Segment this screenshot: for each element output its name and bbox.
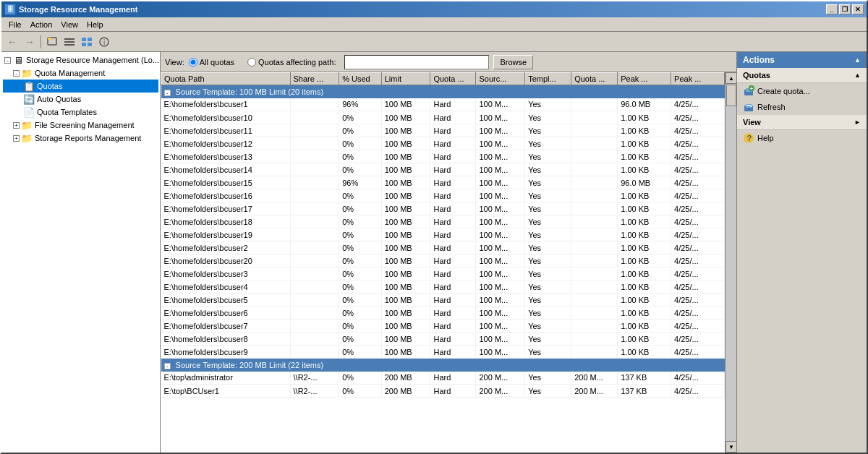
forward-button[interactable]: → xyxy=(22,34,38,50)
table-row[interactable]: E:\homefolders\bcuser120%100 MBHard100 M… xyxy=(161,137,725,150)
table-row[interactable]: E:\homefolders\bcuser170%100 MBHard100 M… xyxy=(161,202,725,215)
col-quota-type[interactable]: Quota ... xyxy=(430,73,476,85)
tree-storage-reports-label: Storage Reports Management xyxy=(35,134,141,142)
menu-action[interactable]: Action xyxy=(26,20,57,30)
table-row[interactable]: E:\top\BCUser1\\R2-...0%200 MBHard200 M.… xyxy=(161,385,725,398)
radio-all-quotas-label: All quotas xyxy=(200,58,234,67)
menu-view[interactable]: View xyxy=(56,20,82,30)
svg-rect-6 xyxy=(88,38,92,41)
radio-all-quotas[interactable]: All quotas xyxy=(189,58,234,67)
table-row[interactable]: E:\homefolders\bcuser100%100 MBHard100 M… xyxy=(161,111,725,124)
table-row[interactable]: E:\homefolders\bcuser130%100 MBHard100 M… xyxy=(161,150,725,163)
tree-item-quota-templates[interactable]: 📄 Quota Templates xyxy=(3,106,158,119)
tree-quota-mgmt-expand[interactable]: - xyxy=(13,70,20,77)
menu-help[interactable]: Help xyxy=(82,20,108,30)
radio-all-quotas-input[interactable] xyxy=(189,58,197,67)
help-icon: ? xyxy=(743,132,754,144)
window-title: Storage Resource Management xyxy=(19,5,826,14)
group-row-2: - Source Template: 200 MB Limit (22 item… xyxy=(161,359,725,372)
tree-root[interactable]: - 🖥 Storage Resource Management (Lo... xyxy=(3,53,158,67)
table-row[interactable]: E:\homefolders\bcuser60%100 MBHard100 M.… xyxy=(161,307,725,320)
minimize-button[interactable]: _ xyxy=(826,4,838,14)
view-bar: View: All quotas Quotas affecting path: … xyxy=(161,52,736,72)
group-1-expand[interactable]: - xyxy=(164,90,171,96)
app-icon: 🗄 xyxy=(4,4,16,15)
table-row[interactable]: E:\homefolders\bcuser1596%100 MBHard100 … xyxy=(161,176,725,189)
menu-file[interactable]: File xyxy=(4,20,26,30)
close-button[interactable]: ✕ xyxy=(852,4,864,14)
svg-rect-3 xyxy=(64,41,75,43)
tree-file-screening-icon: 📁 xyxy=(21,119,33,131)
tree-auto-quotas-label: Auto Quotas xyxy=(37,95,81,103)
group-2-expand[interactable]: - xyxy=(164,363,171,369)
back-button[interactable]: ← xyxy=(4,34,20,50)
tree-item-file-screening[interactable]: + 📁 File Screening Management xyxy=(3,119,158,132)
col-source[interactable]: Sourc... xyxy=(476,73,525,85)
svg-rect-1 xyxy=(48,38,51,40)
table-row[interactable]: E:\homefolders\bcuser30%100 MBHard100 M.… xyxy=(161,267,725,280)
vertical-scrollbar[interactable]: ▲ ▼ xyxy=(725,72,736,453)
table-row[interactable]: E:\homefolders\bcuser140%100 MBHard100 M… xyxy=(161,163,725,176)
table-row[interactable]: E:\homefolders\bcuser40%100 MBHard100 M.… xyxy=(161,280,725,294)
scroll-down-button[interactable]: ▼ xyxy=(726,441,736,453)
view-label: View: xyxy=(165,58,184,67)
table-row[interactable]: E:\homefolders\bcuser80%100 MBHard100 M.… xyxy=(161,333,725,346)
table-row[interactable]: E:\homefolders\bcuser200%100 MBHard100 M… xyxy=(161,254,725,267)
table-row[interactable]: E:\top\administrator\\R2-...0%200 MBHard… xyxy=(161,372,725,385)
toolbar-btn-2[interactable] xyxy=(61,34,77,50)
create-quota-label: Create quota... xyxy=(757,87,810,95)
tree-item-auto-quotas[interactable]: 🔄 Auto Quotas xyxy=(3,93,158,106)
table-row[interactable]: E:\homefolders\bcuser160%100 MBHard100 M… xyxy=(161,189,725,202)
table-row[interactable]: E:\homefolders\bcuser90%100 MBHard100 M.… xyxy=(161,346,725,359)
table-row[interactable]: E:\homefolders\bcuser196%100 MBHard100 M… xyxy=(161,98,725,111)
toolbar-btn-4[interactable]: i xyxy=(96,34,112,50)
table-row[interactable]: E:\homefolders\bcuser110%100 MBHard100 M… xyxy=(161,124,725,137)
tree-auto-quotas-icon: 🔄 xyxy=(23,93,35,105)
actions-section-quotas-expand[interactable]: ▲ xyxy=(854,72,861,79)
svg-rect-2 xyxy=(64,38,75,40)
table-row[interactable]: E:\homefolders\bcuser20%100 MBHard100 M.… xyxy=(161,241,725,254)
scroll-track[interactable] xyxy=(726,84,736,441)
path-input[interactable] xyxy=(344,55,489,69)
col-peak2[interactable]: Peak ... xyxy=(671,73,725,85)
browse-button[interactable]: Browse xyxy=(493,55,533,69)
group-row-1: - Source Template: 100 MB Limit (20 item… xyxy=(161,85,725,98)
tree-storage-reports-expand[interactable]: + xyxy=(13,135,20,142)
actions-section-view-arrow[interactable]: ► xyxy=(854,119,861,126)
col-templ[interactable]: Templ... xyxy=(525,73,571,85)
tree-item-quota-mgmt[interactable]: - 📁 Quota Management xyxy=(3,67,158,80)
scroll-thumb[interactable] xyxy=(726,85,736,106)
right-panel: View: All quotas Quotas affecting path: … xyxy=(161,52,736,453)
col-pct-used[interactable]: % Used xyxy=(339,73,382,85)
help-label: Help xyxy=(757,134,774,142)
col-peak[interactable]: Peak ... xyxy=(618,73,671,85)
svg-text:+: + xyxy=(750,85,754,92)
toolbar-btn-1[interactable] xyxy=(44,34,60,50)
action-create-quota[interactable]: + Create quota... xyxy=(737,83,867,99)
tree-root-expand[interactable]: - xyxy=(4,57,11,64)
col-quota2[interactable]: Quota ... xyxy=(571,73,618,85)
list-area: Quota Path Share ... % Used Limit Quota … xyxy=(161,72,736,453)
table-container[interactable]: Quota Path Share ... % Used Limit Quota … xyxy=(161,72,725,453)
restore-button[interactable]: ❐ xyxy=(839,4,851,14)
actions-collapse-icon[interactable]: ▲ xyxy=(854,56,861,64)
tree-file-screening-expand[interactable]: + xyxy=(13,122,20,129)
tree-quota-templates-icon: 📄 xyxy=(23,106,35,118)
col-share[interactable]: Share ... xyxy=(290,73,339,85)
radio-path-input[interactable] xyxy=(247,58,256,67)
action-help[interactable]: ? Help xyxy=(737,130,867,146)
tree-item-storage-reports[interactable]: + 📁 Storage Reports Management xyxy=(3,132,158,145)
col-quota-path[interactable]: Quota Path xyxy=(161,73,291,85)
refresh-icon xyxy=(743,101,754,113)
table-row[interactable]: E:\homefolders\bcuser70%100 MBHard100 M.… xyxy=(161,320,725,333)
table-row[interactable]: E:\homefolders\bcuser180%100 MBHard100 M… xyxy=(161,215,725,228)
svg-rect-7 xyxy=(82,43,86,46)
tree-item-quotas[interactable]: 📋 Quotas xyxy=(3,80,158,93)
col-limit[interactable]: Limit xyxy=(381,73,430,85)
toolbar-btn-3[interactable] xyxy=(79,34,95,50)
table-row[interactable]: E:\homefolders\bcuser190%100 MBHard100 M… xyxy=(161,228,725,241)
table-row[interactable]: E:\homefolders\bcuser50%100 MBHard100 M.… xyxy=(161,294,725,307)
radio-quotas-affecting-path[interactable]: Quotas affecting path: xyxy=(247,58,336,67)
scroll-up-button[interactable]: ▲ xyxy=(726,72,736,84)
action-refresh[interactable]: Refresh xyxy=(737,99,867,115)
